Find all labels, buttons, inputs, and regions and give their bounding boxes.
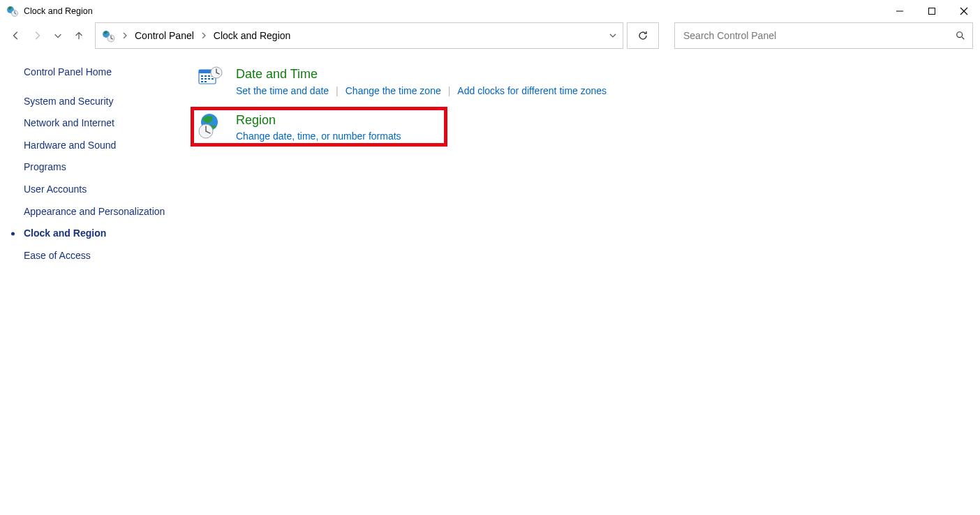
sidebar-item-user-accounts[interactable]: User Accounts bbox=[17, 180, 168, 200]
category-region: Region Change date, time, or number form… bbox=[193, 109, 445, 145]
sidebar-item-hardware-sound[interactable]: Hardware and Sound bbox=[17, 136, 168, 156]
address-dropdown-button[interactable] bbox=[603, 23, 623, 48]
back-button[interactable] bbox=[7, 24, 25, 47]
up-button[interactable] bbox=[70, 24, 88, 47]
chevron-right-icon[interactable] bbox=[198, 23, 209, 48]
control-panel-icon bbox=[101, 29, 115, 43]
task-change-time-zone[interactable]: Change the time zone bbox=[346, 85, 441, 96]
category-date-time: Date and Time Set the time and date | Ch… bbox=[193, 63, 980, 99]
sidebar-item-system-security[interactable]: System and Security bbox=[17, 92, 168, 112]
sidebar-item-ease-access[interactable]: Ease of Access bbox=[17, 246, 168, 266]
chevron-right-icon[interactable] bbox=[119, 23, 131, 48]
search-box[interactable] bbox=[674, 22, 973, 49]
window-title: Clock and Region bbox=[24, 6, 93, 16]
window-titlebar: Clock and Region bbox=[0, 0, 980, 22]
navigation-row: Control Panel Clock and Region bbox=[0, 22, 980, 53]
address-bar[interactable]: Control Panel Clock and Region bbox=[95, 22, 623, 49]
maximize-button[interactable] bbox=[916, 0, 948, 22]
sidebar: Control Panel Home System and Security N… bbox=[0, 63, 179, 268]
search-input[interactable] bbox=[682, 29, 956, 42]
category-body: Region Change date, time, or number form… bbox=[236, 112, 401, 142]
minimize-button[interactable] bbox=[884, 0, 916, 22]
sidebar-item-programs[interactable]: Programs bbox=[17, 158, 168, 177]
breadcrumb-clock-region[interactable]: Clock and Region bbox=[209, 23, 295, 48]
task-row: Set the time and date | Change the time … bbox=[236, 85, 607, 96]
svg-rect-16 bbox=[201, 81, 203, 82]
task-separator: | bbox=[448, 85, 451, 96]
task-separator: | bbox=[336, 85, 339, 96]
recent-locations-button[interactable] bbox=[49, 24, 67, 47]
sidebar-item-clock-region[interactable]: Clock and Region bbox=[17, 224, 168, 244]
clock-region-icon bbox=[7, 6, 18, 17]
sidebar-item-network-internet[interactable]: Network and Internet bbox=[17, 114, 168, 133]
main-panel: Date and Time Set the time and date | Ch… bbox=[179, 63, 980, 268]
svg-rect-9 bbox=[205, 75, 207, 77]
task-row: Change date, time, or number formats bbox=[236, 130, 401, 142]
task-add-clocks[interactable]: Add clocks for different time zones bbox=[457, 85, 607, 96]
svg-rect-10 bbox=[208, 75, 210, 77]
nav-buttons bbox=[7, 24, 88, 47]
svg-rect-17 bbox=[205, 81, 207, 82]
close-button[interactable] bbox=[948, 0, 980, 22]
breadcrumb-control-panel[interactable]: Control Panel bbox=[131, 23, 198, 48]
task-set-time-date[interactable]: Set the time and date bbox=[236, 85, 329, 96]
window-controls bbox=[884, 0, 980, 22]
svg-rect-8 bbox=[201, 75, 203, 77]
svg-rect-13 bbox=[205, 78, 207, 80]
svg-rect-12 bbox=[201, 78, 203, 80]
globe-clock-icon bbox=[197, 112, 225, 140]
task-change-formats[interactable]: Change date, time, or number formats bbox=[236, 130, 401, 142]
calendar-clock-icon bbox=[197, 66, 225, 94]
svg-point-5 bbox=[957, 32, 963, 38]
category-body: Date and Time Set the time and date | Ch… bbox=[236, 66, 607, 96]
category-title-date-time[interactable]: Date and Time bbox=[236, 67, 607, 82]
forward-button[interactable] bbox=[28, 24, 46, 47]
svg-rect-14 bbox=[208, 78, 210, 80]
svg-rect-2 bbox=[929, 8, 935, 15]
svg-rect-15 bbox=[211, 78, 214, 80]
category-title-region[interactable]: Region bbox=[236, 113, 401, 128]
sidebar-home[interactable]: Control Panel Home bbox=[17, 63, 168, 82]
refresh-button[interactable] bbox=[627, 22, 659, 49]
content-area: Control Panel Home System and Security N… bbox=[0, 53, 980, 268]
sidebar-item-appearance[interactable]: Appearance and Personalization bbox=[17, 202, 168, 222]
search-icon[interactable] bbox=[956, 31, 965, 40]
